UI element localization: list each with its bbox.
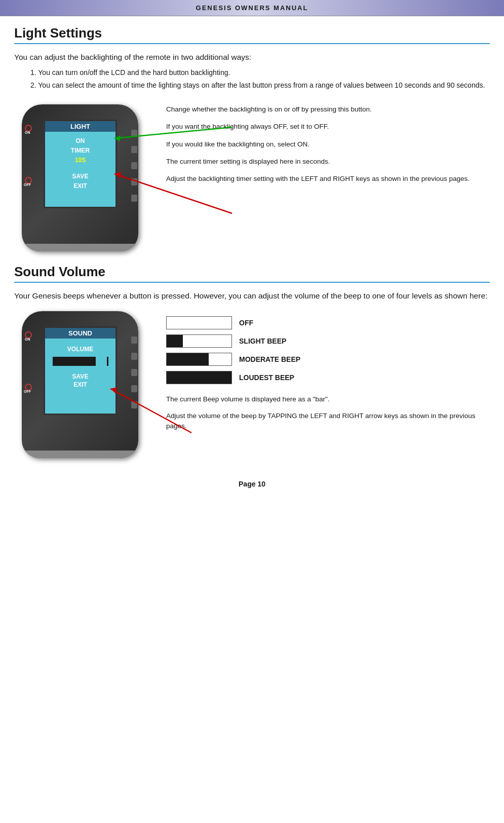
volume-fill-moderate [167, 353, 209, 365]
volume-fill-loudest [167, 371, 231, 384]
sound-mini-btn-5 [131, 401, 137, 408]
light-annotation-green: Change whether the backlighting is on or… [166, 104, 490, 115]
light-content-block: ON LIGHT ON TIMER 10S SAVE EXIT [14, 102, 490, 259]
sound-screen-volume: VOLUME [45, 346, 115, 353]
remote-bottom-bar [22, 244, 138, 251]
light-annotation-red: The current timer setting is displayed h… [166, 157, 490, 167]
mini-btn-1 [131, 130, 137, 137]
sound-screen-bar [53, 357, 108, 366]
sound-on-label: ON [25, 338, 30, 341]
sound-screen-header-text: SOUND [45, 329, 115, 337]
sound-screen-save: SAVE [45, 373, 115, 380]
volume-row-off: OFF [166, 316, 490, 329]
sound-off-label: OFF [24, 390, 31, 393]
light-annotations-block: Change whether the backlighting is on or… [166, 102, 490, 184]
sound-ann-red2-text: Adjust the volume of the beep by TAPPING… [166, 412, 476, 430]
sound-content-block: ON SOUND VOLUME SAVE EXIT [14, 309, 490, 471]
volume-levels: OFF SLIGHT BEEP MODERATE BEEP [166, 316, 490, 384]
sound-intro-text: Your Genesis beeps whenever a button is … [14, 290, 490, 302]
light-ann-green2-text: If you want the backlighting always OFF,… [166, 123, 329, 130]
light-annotation-red2: Adjust the backlighting timer setting wi… [166, 174, 490, 184]
sound-remote-bottom-bar [22, 451, 138, 458]
sound-screen-exit: EXIT [45, 381, 115, 388]
light-ann-green-text: Change whether the backlighting is on or… [166, 105, 372, 113]
light-settings-title: Light Settings [14, 25, 490, 44]
off-label: OFF [24, 183, 31, 186]
volume-fill-slight [167, 335, 183, 347]
volume-bar-off [166, 316, 232, 329]
sound-screen-cursor [96, 357, 107, 366]
sound-ann-red-text: The current Beep volume is displayed her… [166, 395, 330, 403]
page-header: Genesis Owners Manual [0, 0, 504, 16]
volume-row-slight: SLIGHT BEEP [166, 334, 490, 348]
volume-label-slight: SLIGHT BEEP [239, 337, 286, 345]
sound-annotation-red2: Adjust the volume of the beep by TAPPING… [166, 411, 490, 432]
light-remote-body: ON LIGHT ON TIMER 10S SAVE EXIT [22, 104, 138, 251]
mini-btn-5 [131, 195, 137, 202]
volume-label-loudest: LOUDEST BEEP [239, 373, 294, 382]
page-number: Page 10 [0, 480, 504, 488]
screen-menu: ON TIMER 10S SAVE EXIT [45, 132, 115, 193]
volume-bar-moderate [166, 353, 232, 366]
right-mini-buttons [131, 130, 137, 202]
light-ann-red-text: The current timer setting is displayed h… [166, 158, 330, 165]
screen-header: LIGHT [45, 121, 115, 132]
sound-screen-menu: VOLUME SAVE EXIT [45, 339, 115, 391]
light-remote-container: ON LIGHT ON TIMER 10S SAVE EXIT [14, 102, 151, 259]
sound-mini-btn-4 [131, 385, 137, 392]
mini-btn-4 [131, 178, 137, 185]
volume-label-off: OFF [239, 319, 253, 327]
sound-annotation-red: The current Beep volume is displayed her… [166, 394, 490, 404]
volume-row-moderate: MODERATE BEEP [166, 353, 490, 366]
sound-mini-btn-1 [131, 336, 137, 344]
screen-line-10s: 10S [45, 157, 115, 164]
light-intro-text: You can adjust the backlighting of the r… [14, 51, 490, 63]
volume-bar-loudest [166, 371, 232, 384]
sound-mini-btn-3 [131, 369, 137, 376]
light-annotation-green2: If you want the backlighting always OFF,… [166, 122, 490, 132]
sound-annotations: OFF SLIGHT BEEP MODERATE BEEP [166, 309, 490, 431]
sound-volume-title: Sound Volume [14, 264, 490, 283]
screen-line-timer: TIMER [45, 147, 115, 154]
volume-label-moderate: MODERATE BEEP [239, 355, 300, 363]
mini-btn-3 [131, 162, 137, 169]
mini-btn-2 [131, 146, 137, 153]
sound-right-mini-buttons [131, 336, 137, 408]
volume-bar-slight [166, 334, 232, 348]
sound-remote-screen: SOUND VOLUME SAVE EXIT [44, 326, 117, 415]
light-ann-red2-text: Adjust the backlighting timer setting wi… [166, 175, 470, 182]
light-annotation-green3: If you would like the backlighting on, s… [166, 139, 490, 149]
on-label: ON [25, 131, 30, 134]
sound-mini-btn-2 [131, 353, 137, 360]
light-remote-screen: LIGHT ON TIMER 10S SAVE EXIT [44, 120, 117, 208]
sound-remote-body: ON SOUND VOLUME SAVE EXIT [22, 311, 138, 458]
sound-remote-container: ON SOUND VOLUME SAVE EXIT [14, 309, 151, 471]
screen-header-text: LIGHT [45, 123, 115, 130]
screen-line-exit: EXIT [45, 182, 115, 190]
sound-screen-header: SOUND [45, 328, 115, 339]
screen-line-save: SAVE [45, 173, 115, 180]
header-title: Genesis Owners Manual [196, 4, 308, 12]
volume-row-loudest: LOUDEST BEEP [166, 371, 490, 384]
light-list-item-2: 2. You can select the amount of time the… [30, 80, 504, 91]
light-ann-green3-text: If you would like the backlighting on, s… [166, 140, 309, 148]
light-list-item-1: 1. You can turn on/off the LCD and the h… [30, 67, 504, 78]
screen-line-on: ON [45, 137, 115, 144]
